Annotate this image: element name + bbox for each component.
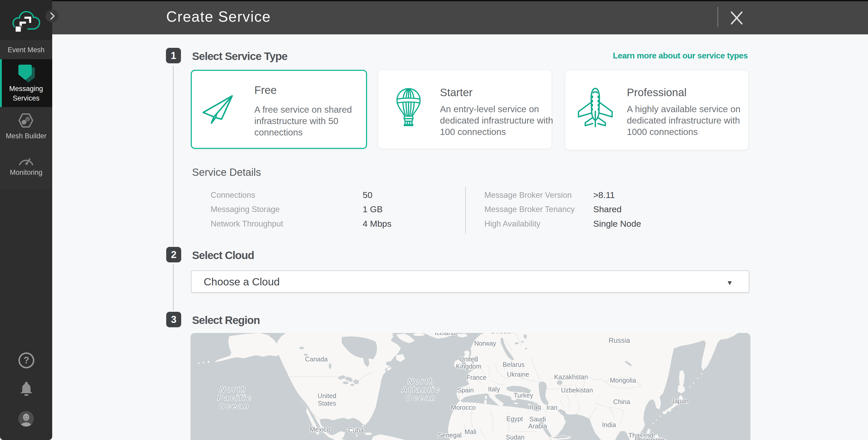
svg-text:North: North bbox=[408, 377, 435, 385]
svg-text:?: ? bbox=[24, 355, 29, 366]
svg-text:Cuba: Cuba bbox=[348, 427, 364, 434]
svg-text:Ocean: Ocean bbox=[406, 394, 437, 402]
svg-text:States: States bbox=[318, 400, 336, 407]
svg-text:North: North bbox=[220, 385, 247, 394]
svg-text:Uzbekistan: Uzbekistan bbox=[561, 386, 593, 394]
svg-text:Spain: Spain bbox=[457, 386, 474, 394]
svg-text:Sweden: Sweden bbox=[491, 333, 514, 335]
svg-text:Norway: Norway bbox=[474, 340, 496, 347]
svg-text:India: India bbox=[602, 421, 616, 428]
svg-text:United: United bbox=[459, 355, 478, 363]
svg-text:Turkey: Turkey bbox=[514, 392, 533, 399]
svg-text:Iceland: Iceland bbox=[435, 333, 456, 336]
svg-text:Atlantic: Atlantic bbox=[401, 385, 441, 394]
svg-text:Ukraine: Ukraine bbox=[507, 371, 529, 378]
svg-text:Mongolia: Mongolia bbox=[610, 377, 636, 384]
svg-text:Sudan: Sudan bbox=[506, 434, 524, 440]
svg-text:Canada: Canada bbox=[305, 355, 328, 363]
svg-text:Iraq: Iraq bbox=[530, 403, 541, 411]
svg-text:Mali: Mali bbox=[465, 428, 476, 435]
svg-text:Egypt: Egypt bbox=[506, 415, 523, 422]
svg-text:Kazakhstan: Kazakhstan bbox=[554, 373, 588, 381]
svg-text:Mexico: Mexico bbox=[310, 426, 330, 433]
svg-text:Ocean: Ocean bbox=[219, 402, 250, 410]
svg-text:France: France bbox=[466, 374, 487, 381]
svg-text:China: China bbox=[613, 398, 630, 405]
svg-text:Kingdom: Kingdom bbox=[456, 363, 482, 370]
svg-text:Iran: Iran bbox=[546, 404, 557, 411]
svg-text:Japan: Japan bbox=[671, 397, 689, 405]
svg-text:United: United bbox=[318, 392, 336, 400]
svg-text:Saudi: Saudi bbox=[529, 415, 546, 423]
svg-text:Belarus: Belarus bbox=[503, 361, 525, 368]
svg-text:Senegal: Senegal bbox=[438, 432, 462, 439]
svg-text:Morocco: Morocco bbox=[451, 404, 476, 411]
svg-text:Italy: Italy bbox=[488, 385, 500, 393]
svg-text:Pacific: Pacific bbox=[218, 394, 252, 402]
svg-text:Philippines: Philippines bbox=[635, 436, 666, 440]
svg-text:Russia: Russia bbox=[609, 337, 630, 344]
svg-text:Arabia: Arabia bbox=[528, 422, 547, 430]
